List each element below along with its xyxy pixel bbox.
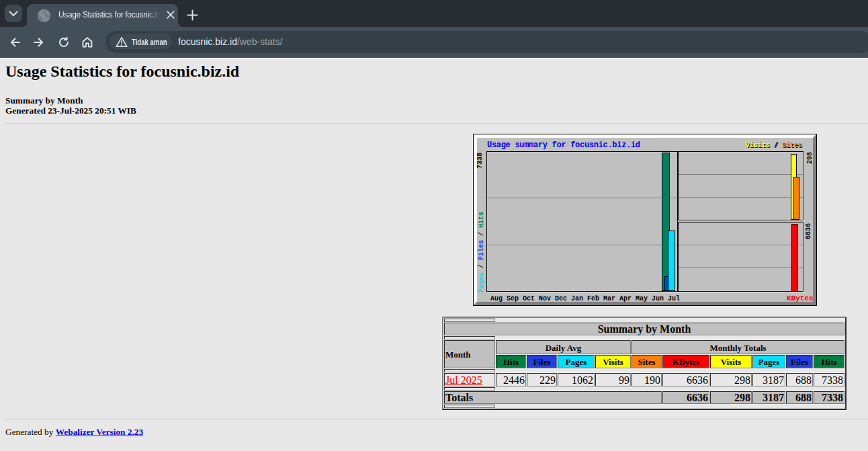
svg-text:Usage summary for focusnic.biz: Usage summary for focusnic.biz.id [487,140,640,150]
svg-text:Aug Sep Oct Nov Dec Jan Feb Ma: Aug Sep Oct Nov Dec Jan Feb Mar Apr May … [490,295,680,302]
svg-text:Visits / Sites: Visits / Sites [746,142,802,149]
svg-text:Pages / Files / Hits: Pages / Files / Hits [478,212,485,292]
svg-text:7338: 7338 [476,153,484,169]
svg-text:KBytes: KBytes [787,294,814,302]
svg-text:6636: 6636 [805,223,812,239]
svg-text:298: 298 [806,152,814,164]
